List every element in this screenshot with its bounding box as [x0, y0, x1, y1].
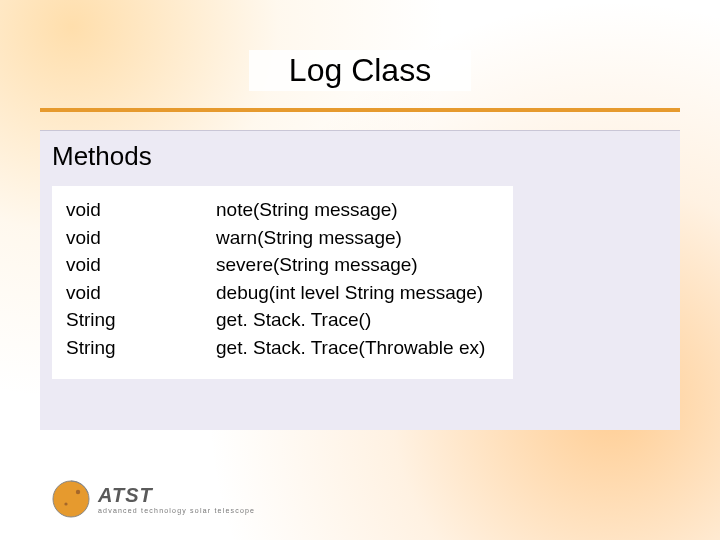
table-row: String get. Stack. Trace() — [66, 306, 485, 334]
table-row: void warn(String message) — [66, 224, 485, 252]
return-type: void — [66, 196, 216, 224]
method-table: void note(String message) void warn(Stri… — [52, 186, 513, 379]
slide: Log Class Methods void note(String messa… — [0, 0, 720, 540]
method-signature: get. Stack. Trace() — [216, 306, 371, 334]
method-signature: debug(int level String message) — [216, 279, 483, 307]
page-title: Log Class — [249, 50, 471, 91]
table-row: void severe(String message) — [66, 251, 485, 279]
section-heading: Methods — [52, 141, 668, 172]
return-type: void — [66, 251, 216, 279]
sun-icon — [50, 478, 92, 520]
title-underline — [40, 108, 680, 112]
footer-logo: ATST advanced technology solar telescope — [50, 478, 255, 520]
method-signature: severe(String message) — [216, 251, 418, 279]
logo-text: ATST advanced technology solar telescope — [98, 484, 255, 514]
svg-point-2 — [76, 490, 80, 494]
method-signature: warn(String message) — [216, 224, 402, 252]
method-signature: get. Stack. Trace(Throwable ex) — [216, 334, 485, 362]
return-type: void — [66, 224, 216, 252]
return-type: void — [66, 279, 216, 307]
svg-point-3 — [64, 502, 67, 505]
content-panel: Methods void note(String message) void w… — [40, 130, 680, 430]
method-signature: note(String message) — [216, 196, 398, 224]
table-row: void debug(int level String message) — [66, 279, 485, 307]
return-type: String — [66, 306, 216, 334]
logo-acronym: ATST — [98, 484, 255, 507]
table-row: String get. Stack. Trace(Throwable ex) — [66, 334, 485, 362]
title-wrap: Log Class — [40, 50, 680, 91]
table-row: void note(String message) — [66, 196, 485, 224]
logo-subtitle: advanced technology solar telescope — [98, 507, 255, 514]
return-type: String — [66, 334, 216, 362]
